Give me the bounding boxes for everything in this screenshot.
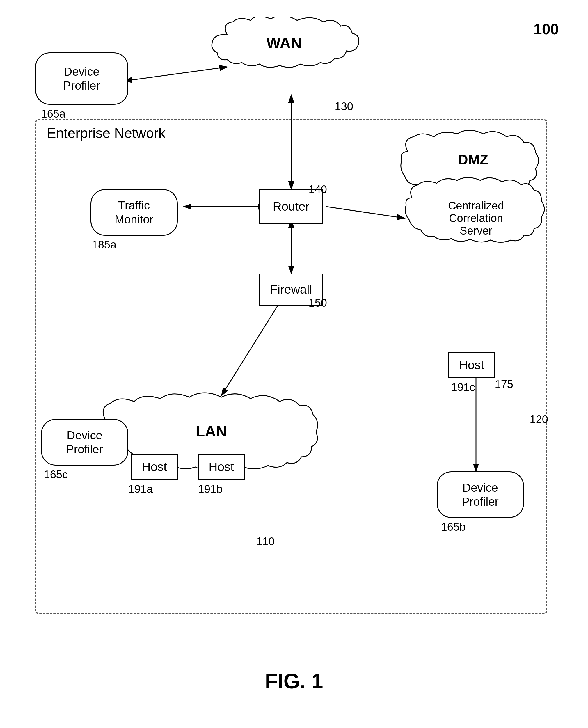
device-profiler-b-ref: 165b bbox=[441, 521, 466, 533]
device-profiler-a-label: DeviceProfiler bbox=[63, 65, 100, 92]
host-191a: Host bbox=[131, 454, 178, 480]
device-profiler-a: DeviceProfiler bbox=[35, 53, 128, 105]
host-191c: Host bbox=[448, 352, 495, 378]
firewall-ref: 150 bbox=[309, 297, 327, 309]
device-profiler-b: DeviceProfiler bbox=[437, 471, 524, 518]
wan-ref: 130 bbox=[335, 100, 353, 113]
dmz-ref: 120 bbox=[530, 413, 548, 426]
fig-number-top: 100 bbox=[533, 20, 559, 38]
device-profiler-a-ref: 165a bbox=[41, 108, 66, 120]
ccs-ref: 175 bbox=[495, 378, 513, 391]
enterprise-label: Enterprise Network bbox=[47, 125, 166, 141]
lan-ref: 110 bbox=[256, 535, 275, 548]
router-ref: 140 bbox=[309, 183, 327, 196]
host-191b: Host bbox=[198, 454, 245, 480]
fig-caption: FIG. 1 bbox=[18, 669, 570, 693]
traffic-monitor: TrafficMonitor bbox=[90, 189, 178, 236]
host-191c-ref: 191c bbox=[451, 381, 475, 394]
host-191c-label: Host bbox=[459, 358, 484, 372]
traffic-monitor-ref: 185a bbox=[92, 238, 117, 251]
router-label: Router bbox=[273, 200, 309, 213]
traffic-monitor-label: TrafficMonitor bbox=[114, 199, 153, 226]
diagram-wrapper: 100 Enterprise Network WAN bbox=[18, 18, 570, 658]
device-profiler-c-label: DeviceProfiler bbox=[66, 428, 103, 456]
host-191a-label: Host bbox=[142, 460, 167, 474]
host-191b-ref: 191b bbox=[198, 483, 223, 496]
host-191b-label: Host bbox=[209, 460, 234, 474]
wan-label: WAN bbox=[266, 34, 301, 51]
device-profiler-b-label: DeviceProfiler bbox=[462, 481, 499, 508]
device-profiler-c-ref: 165c bbox=[44, 469, 68, 481]
firewall-label: Firewall bbox=[270, 283, 312, 296]
page-container: 100 Enterprise Network WAN bbox=[18, 12, 570, 693]
host-191a-ref: 191a bbox=[128, 483, 153, 496]
wan-cloud: WAN bbox=[212, 18, 359, 67]
svg-line-7 bbox=[131, 67, 227, 80]
device-profiler-c: DeviceProfiler bbox=[41, 419, 128, 465]
